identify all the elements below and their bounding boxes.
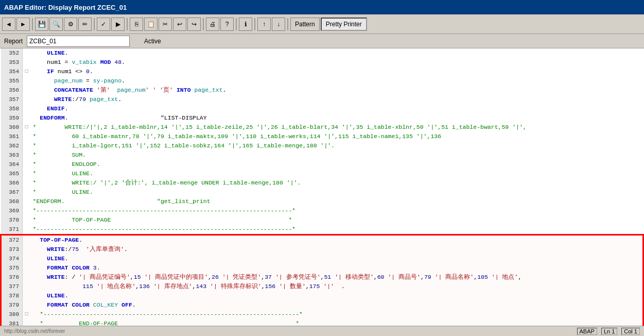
info-button[interactable]: ℹ [239,18,252,31]
line-number: 381 [1,319,23,326]
line-code[interactable]: WRITE:/75 '入库单查询'. [31,245,643,254]
table-row: 376 WRITE: / '| 商品凭证编号',15 '| 商品凭证中的项目',… [1,273,643,282]
table-row: 367* ULINE. [1,188,643,197]
line-number: 365 [1,169,23,178]
line-code[interactable]: 115 '| 地点名称',136 '| 库存地点',143 '| 特殊库存标识'… [31,282,643,291]
line-code[interactable]: *---------------------------------------… [31,206,643,215]
redo-button[interactable]: ↪ [187,18,201,31]
run-button[interactable]: ▶ [111,18,125,31]
line-code[interactable]: ULINE. [31,254,643,263]
status-bar: http://blog.csdn.net/forever ABAP Ln 1 C… [0,326,644,336]
line-code[interactable]: CONCATENATE '第' page_num' ' '页' INTO pag… [31,86,643,95]
line-code[interactable]: *---------------------------------------… [31,225,643,235]
line-code[interactable]: ULINE. [31,291,643,300]
line-mark [23,86,31,95]
line-number: 353 [1,58,23,67]
table-row: 355 page_num = sy-pagno. [1,76,643,86]
line-mark [23,197,31,206]
table-row: 358 ENDIF. [1,104,643,113]
sep2 [94,18,95,30]
line-number: 378 [1,291,23,300]
line-code[interactable]: ENDIF. [31,104,643,113]
line-code[interactable]: num1 = v_tabix MOD 48. [31,58,643,67]
line-code[interactable]: * ULINE. [31,169,643,178]
table-row: 369*------------------------------------… [1,206,643,215]
line-code[interactable]: FORMAT COLOR 3. [31,263,643,273]
line-code[interactable]: * TOP-OF-PAGE * [31,215,643,225]
table-row: 368*ENDFORM. "get_list_print [1,197,643,206]
line-number: 354 [1,67,23,76]
line-code[interactable]: * END-OF-PAGE * [31,319,643,326]
line-number: 380 [1,310,23,319]
table-row: 375 FORMAT COLOR 3. [1,263,643,273]
cut-button[interactable]: ✂ [159,18,172,31]
line-code[interactable]: FORMAT COLOR COL_KEY OFF. [31,300,643,310]
line-number: 361 [1,132,23,141]
help-button[interactable]: ? [220,18,234,31]
line-mark [23,113,31,123]
check-button[interactable]: ✓ [97,18,110,31]
line-mark [23,150,31,160]
line-number: 366 [1,178,23,188]
table-row: 371*------------------------------------… [1,225,643,235]
line-code[interactable]: TOP-OF-PAGE. [31,235,643,245]
table-row: 381 * END-OF-PAGE * [1,319,643,326]
download-button[interactable]: ↓ [272,18,285,31]
code-editor[interactable]: 352 ULINE.353 num1 = v_tabix MOD 48.354□… [0,48,644,326]
line-mark [23,178,31,188]
table-row: 377 115 '| 地点名称',136 '| 库存地点',143 '| 特殊库… [1,282,643,291]
line-number: 358 [1,104,23,113]
line-mark [23,104,31,113]
line-number: 371 [1,225,23,235]
table-row: 359 ENDFORM. "LIST-DISPLAY [1,113,643,123]
line-mark [23,206,31,215]
settings-button[interactable]: ⚙ [64,18,77,31]
edit-button[interactable]: ✏ [78,18,92,31]
line-mark [23,141,31,150]
line-code[interactable]: * SUM. [31,150,643,160]
line-code[interactable]: *---------------------------------------… [31,310,643,319]
print-button[interactable]: 🖨 [206,18,219,31]
line-code[interactable]: * ULINE. [31,188,643,197]
forward-button[interactable]: ► [16,18,30,31]
abap-status: ABAP [577,328,597,335]
line-number: 356 [1,86,23,95]
upload-button[interactable]: ↑ [257,18,271,31]
line-code[interactable]: * ENDLOOP. [31,160,643,169]
line-code[interactable]: WRITE: / '| 商品凭证编号',15 '| 商品凭证中的项目',26 '… [31,273,643,282]
line-code[interactable]: * i_table-lgort,151 '|',152 i_table-sobk… [31,141,643,150]
line-code[interactable]: ULINE. [31,48,643,58]
paste-button[interactable]: 📋 [144,18,158,31]
undo-button[interactable]: ↩ [173,18,186,31]
line-number: 359 [1,113,23,123]
report-input[interactable] [27,36,130,47]
pattern-button[interactable]: Pattern [290,18,320,31]
copy-button[interactable]: ⎘ [130,18,143,31]
line-mark [23,58,31,67]
line-code[interactable]: WRITE:/79 page_txt. [31,95,643,104]
line-number: 372 [1,235,23,245]
line-code[interactable]: *ENDFORM. "get_list_print [31,197,643,206]
save-button[interactable]: 💾 [35,18,48,31]
line-code[interactable]: * WRITE:/ '|',2 '合计:', i_table-menge UND… [31,178,643,188]
line-code[interactable]: ENDFORM. "LIST-DISPLAY [31,113,643,123]
find-button[interactable]: 🔍 [49,18,63,31]
line-mark: □ [23,67,31,76]
line-mark [23,95,31,104]
title-bar: ABAP Editor: Display Report ZCEC_01 [0,0,644,14]
line-mark [23,282,31,291]
site-label: http://blog.csdn.net/forever [4,328,65,334]
line-code[interactable]: page_num = sy-pagno. [31,76,643,86]
line-code[interactable]: * 60 i_table-matnr,78 '|',79 i_table-mak… [31,132,643,141]
status-label: Active [144,38,161,45]
table-row: 378 ULINE. [1,291,643,300]
line-number: 375 [1,263,23,273]
line-mark [23,76,31,86]
line-code[interactable]: IF num1 <> 0. [31,67,643,76]
pretty-printer-button[interactable]: Pretty Printer [321,18,367,31]
back-button[interactable]: ◄ [2,18,15,31]
window-title: ABAP Editor: Display Report ZCEC_01 [4,4,127,11]
line-number: 376 [1,273,23,282]
line-code[interactable]: * WRITE:/|'|,2 i_table-mblnr,14 '|',15 i… [31,123,643,132]
line-number: 373 [1,245,23,254]
